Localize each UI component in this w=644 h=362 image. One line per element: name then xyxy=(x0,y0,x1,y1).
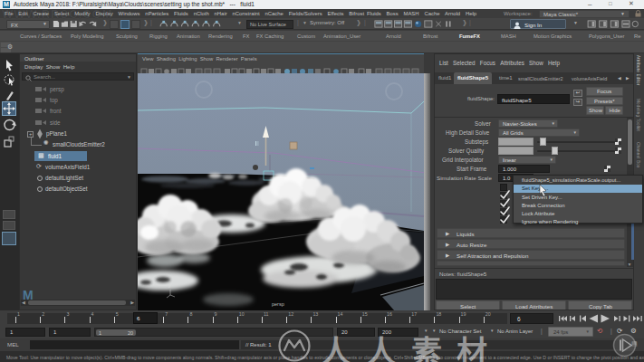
svg-text:persp: persp xyxy=(272,301,284,307)
